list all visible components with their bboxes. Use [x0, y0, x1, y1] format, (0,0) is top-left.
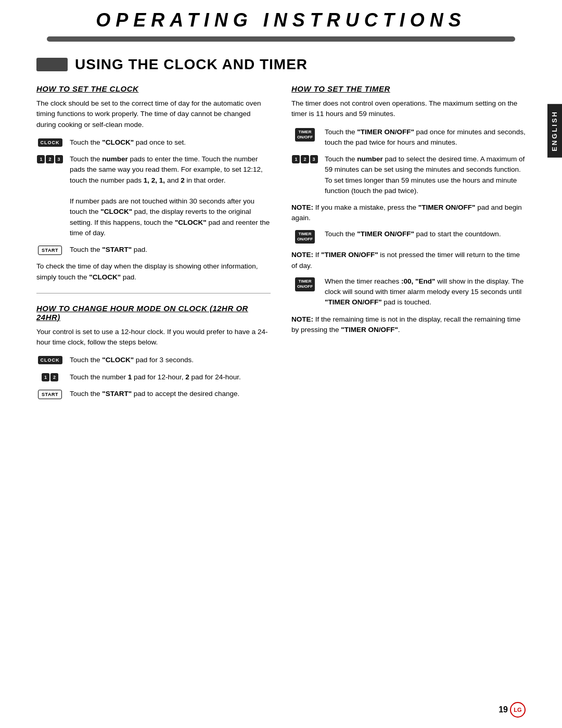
subsection-hourmode-title: HOW TO CHANGE HOUR MODE ON CLOCK (12HR O…	[36, 304, 271, 322]
clock-icon-cell: CLOCK	[36, 137, 63, 147]
timer-numbers-icon-cell: 1 2 3	[291, 154, 318, 163]
right-column: HOW TO SET THE TIMER The timer does not …	[291, 84, 526, 405]
start-icon-cell: START	[36, 245, 63, 255]
clock-intro-text: The clock should be set to the correct t…	[36, 98, 271, 130]
hourmode-intro-text: Your control is set to use a 12-hour clo…	[36, 327, 271, 348]
number-pads-12-icon: 1 2	[42, 373, 58, 381]
timer-number-pads-icon: 1 2 3	[292, 155, 317, 163]
left-column: HOW TO SET THE CLOCK The clock should be…	[36, 84, 271, 405]
clock-step-3-text: Touch the "START" pad.	[70, 245, 271, 255]
timer-note-1: NOTE: If you make a mistake, press the "…	[291, 202, 526, 224]
clock-step-1-text: Touch the "CLOCK" pad once to set.	[70, 137, 271, 148]
two-column-layout: HOW TO SET THE CLOCK The clock should be…	[36, 84, 526, 405]
number-pads-icon: 1 2 3	[37, 155, 62, 163]
timer-step-2-text: Touch the number pad to select the desir…	[325, 154, 526, 196]
timer-step-1-text: Touch the "TIMER ON/OFF" pad once for mi…	[325, 127, 526, 148]
page-header: OPERATING INSTRUCTIONS	[0, 0, 562, 42]
hourmode-step-2: 1 2 Touch the number 1 pad for 12-hour, …	[36, 372, 271, 382]
timer-on-off-button-icon-1: TIMERON/OFF	[295, 128, 315, 142]
clock-button-icon: CLOCK	[38, 138, 62, 147]
subsection-clock-title: HOW TO SET THE CLOCK	[36, 84, 271, 93]
page-footer: 19 LG	[36, 702, 526, 718]
clock-footer-note: To check the time of day when the displa…	[36, 261, 271, 283]
main-content: USING THE CLOCK AND TIMER HOW TO SET THE…	[0, 42, 562, 426]
clock-step-2-text: Touch the number pads to enter the time.…	[70, 154, 271, 238]
separator	[36, 293, 271, 293]
clock-step-3: START Touch the "START" pad.	[36, 245, 271, 255]
timer-on-off-icon-cell-1: TIMERON/OFF	[291, 127, 318, 142]
hourmode-step-1: CLOCK Touch the "CLOCK" pad for 3 second…	[36, 355, 271, 365]
section-title: USING THE CLOCK AND TIMER	[75, 56, 308, 73]
numbers-icon-cell: 1 2 3	[36, 154, 63, 163]
hourmode-step-3: START Touch the "START" pad to accept th…	[36, 389, 271, 399]
clock-step-2: 1 2 3 Touch the number pads to enter the…	[36, 154, 271, 238]
hourmode-start-icon-cell: START	[36, 389, 63, 399]
timer-step-1: TIMERON/OFF Touch the "TIMER ON/OFF" pad…	[291, 127, 526, 148]
timer-on-off-button-icon-2: TIMERON/OFF	[295, 230, 315, 244]
timer-note-2: NOTE: If "TIMER ON/OFF" is not pressed t…	[291, 250, 526, 271]
timer-on-off-icon-cell-3: TIMERON/OFF	[291, 276, 318, 291]
clock-button-icon-2: CLOCK	[38, 356, 62, 364]
hourmode-step-1-text: Touch the "CLOCK" pad for 3 seconds.	[70, 355, 271, 365]
page-number: 19	[499, 705, 508, 714]
hourmode-step-3-text: Touch the "START" pad to accept the desi…	[70, 389, 271, 399]
timer-intro-text: The timer does not control oven operatio…	[291, 98, 526, 120]
page-title: OPERATING INSTRUCTIONS	[0, 9, 562, 31]
timer-step-4: TIMERON/OFF When the timer reaches :00, …	[291, 276, 526, 308]
clock-step-1: CLOCK Touch the "CLOCK" pad once to set.	[36, 137, 271, 148]
start-button-icon: START	[38, 246, 62, 255]
hourmode-step-2-text: Touch the number 1 pad for 12-hour, 2 pa…	[70, 372, 271, 382]
timer-step-4-text: When the timer reaches :00, "End" will s…	[325, 276, 526, 308]
hourmode-clock-icon-cell: CLOCK	[36, 355, 63, 364]
timer-step-3-text: Touch the "TIMER ON/OFF" pad to start th…	[325, 229, 526, 239]
start-button-icon-2: START	[38, 390, 62, 399]
subsection-timer-title: HOW TO SET THE TIMER	[291, 84, 526, 93]
header-bar	[47, 36, 515, 42]
section-header-bar	[36, 58, 68, 71]
timer-on-off-button-icon-3: TIMERON/OFF	[295, 277, 315, 291]
lg-logo-icon: LG	[510, 702, 526, 718]
timer-note-3: NOTE: If the remaining time is not in th…	[291, 314, 526, 336]
timer-on-off-icon-cell-2: TIMERON/OFF	[291, 229, 318, 244]
timer-step-2: 1 2 3 Touch the number pad to select the…	[291, 154, 526, 196]
section-header: USING THE CLOCK AND TIMER	[36, 56, 526, 73]
timer-step-3: TIMERON/OFF Touch the "TIMER ON/OFF" pad…	[291, 229, 526, 244]
hourmode-numbers-icon-cell: 1 2	[36, 372, 63, 381]
